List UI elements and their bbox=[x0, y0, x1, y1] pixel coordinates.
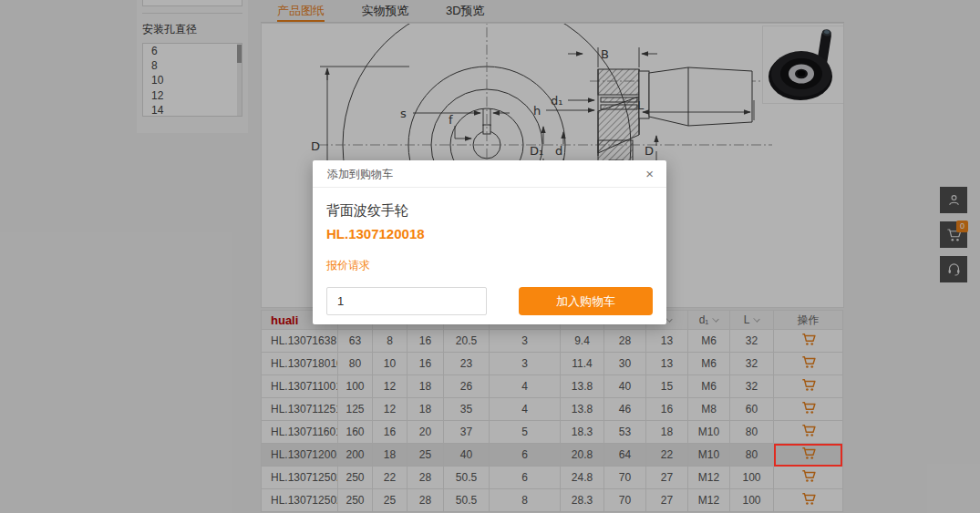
modal-controls: 加入购物车 bbox=[326, 287, 653, 315]
quantity-input[interactable] bbox=[326, 287, 487, 315]
modal-body: 背面波纹手轮 HL.1307120018 报价请求 加入购物车 bbox=[313, 188, 666, 315]
quote-request-link[interactable]: 报价请求 bbox=[326, 258, 370, 273]
close-icon[interactable]: × bbox=[645, 160, 654, 188]
click-highlight-annotation bbox=[774, 444, 842, 467]
add-to-cart-modal: 添加到购物车 × 背面波纹手轮 HL.1307120018 报价请求 加入购物车 bbox=[313, 160, 666, 324]
modal-title: 添加到购物车 bbox=[327, 168, 393, 180]
product-name: 背面波纹手轮 bbox=[326, 202, 653, 220]
modal-header: 添加到购物车 × bbox=[313, 160, 666, 188]
product-code: HL.1307120018 bbox=[326, 226, 653, 241]
add-to-cart-button[interactable]: 加入购物车 bbox=[519, 287, 653, 315]
